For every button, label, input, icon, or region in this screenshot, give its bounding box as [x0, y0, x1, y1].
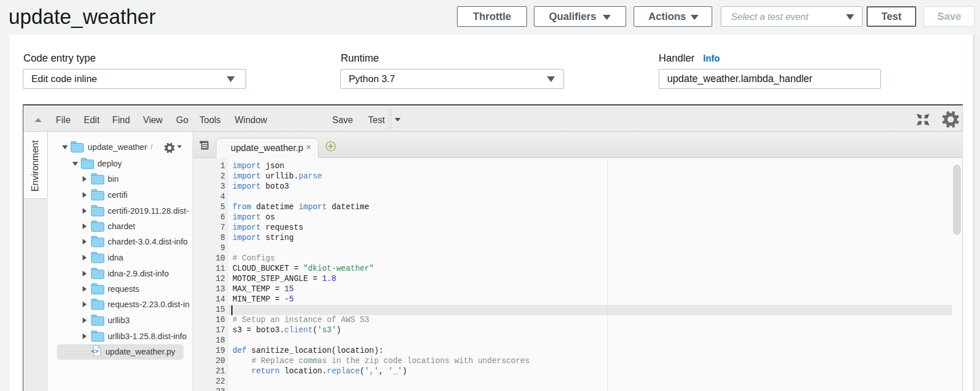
svg-text:<>: <> — [91, 348, 99, 355]
